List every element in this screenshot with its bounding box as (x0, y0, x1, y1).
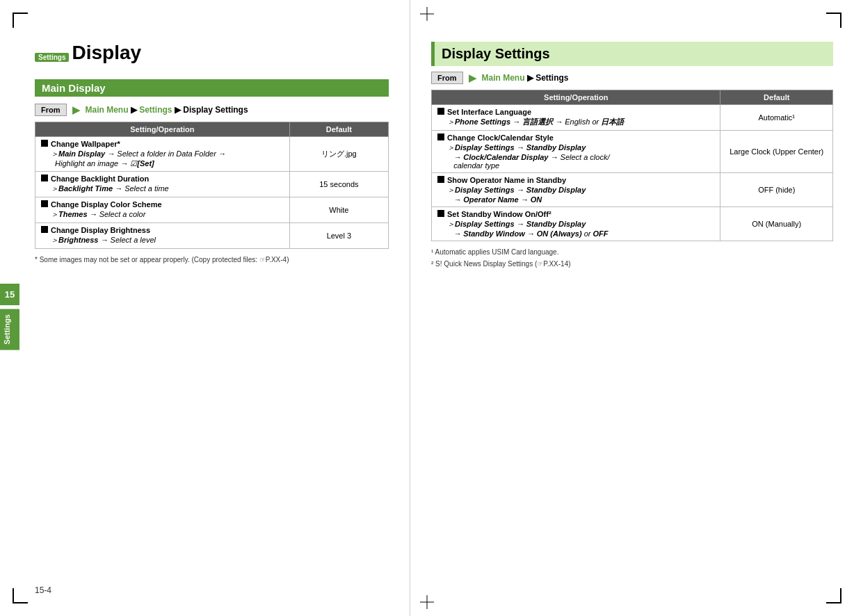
operation-cell-1: Change Wallpaper* ＞Main Display → Select… (35, 137, 290, 172)
nav-display-settings-left: Display Settings (183, 105, 248, 115)
default-cell-r1: Automatic¹ (720, 105, 833, 131)
row-sub-r2: ＞Display Settings → Standby Display → Cl… (437, 143, 714, 170)
table-row: Set Standby Window On/Off² ＞Display Sett… (432, 207, 833, 241)
default-cell-r3: OFF (hide) (720, 173, 833, 207)
bullet-icon-3 (41, 200, 48, 207)
table-row: Change Display Brightness ＞Brightness → … (35, 223, 389, 249)
nav-main-menu-left: Main Menu (86, 105, 129, 115)
right-section-heading-text: Display Settings (442, 46, 550, 62)
default-cell-1: リング.jpg (289, 137, 388, 172)
col-header-operation-left: Setting/Operation (35, 122, 290, 137)
row-title-3: Change Display Color Scheme (51, 200, 162, 209)
sidebar-number: 15 (0, 284, 19, 305)
bullet-icon-r2 (437, 133, 444, 140)
page-number: 15-4 (35, 585, 51, 595)
operation-cell-r3: Show Operator Name in Standby ＞Display S… (432, 173, 720, 207)
main-display-table: Setting/Operation Default Change Wallpap… (35, 122, 389, 249)
bullet-icon-1 (41, 140, 48, 147)
row-sub-1: ＞Main Display → Select a folder in Data … (41, 149, 284, 168)
display-settings-table: Setting/Operation Default Set Interface … (431, 90, 833, 241)
table-row: Set Interface Language ＞Phone Settings →… (432, 105, 833, 131)
nav-path-left: Main Menu ▶ Settings ▶ Display Settings (86, 105, 248, 115)
right-column: Display Settings From ▶ Main Menu ▶ Sett… (410, 0, 854, 616)
default-cell-r4: ON (Manually) (720, 207, 833, 241)
operation-cell-r1: Set Interface Language ＞Phone Settings →… (432, 105, 720, 131)
nav-arrow1-left: ▶ (131, 105, 139, 115)
row-title-1: Change Wallpaper* (51, 140, 120, 148)
settings-tag: Settings (35, 53, 69, 62)
default-cell-2: 15 seconds (289, 172, 388, 197)
operation-cell-2: Change Backlight Duration ＞Backlight Tim… (35, 172, 290, 197)
col-header-operation-right: Setting/Operation (432, 90, 720, 105)
table-row: Change Display Color Scheme ＞Themes → Se… (35, 197, 389, 223)
section-heading-display-settings: Display Settings (431, 42, 833, 66)
row-title-r1: Set Interface Language (447, 108, 531, 116)
default-cell-3: White (289, 197, 388, 223)
section-heading-main-display: Main Display (35, 79, 389, 97)
from-button-left: From (35, 104, 67, 116)
table-row: Change Backlight Duration ＞Backlight Tim… (35, 172, 389, 197)
row-title-2: Change Backlight Duration (51, 175, 149, 183)
nav-settings-right: Settings (535, 73, 568, 83)
row-title-4: Change Display Brightness (51, 226, 150, 234)
default-cell-4: Level 3 (289, 223, 388, 249)
sidebar-label: Settings (0, 309, 19, 350)
section-heading-text: Main Display (42, 82, 106, 94)
row-title-r4: Set Standby Window On/Off² (447, 210, 551, 218)
left-column: Settings Display Main Display From ▶ Mai… (0, 0, 410, 616)
bullet-icon-2 (41, 175, 48, 181)
bullet-icon-r1 (437, 108, 444, 115)
table-row: Show Operator Name in Standby ＞Display S… (432, 173, 833, 207)
default-cell-r2: Large Clock (Upper Center) (720, 131, 833, 173)
from-row-left: From ▶ Main Menu ▶ Settings ▶ Display Se… (35, 104, 389, 116)
row-title-r3: Show Operator Name in Standby (447, 176, 566, 184)
right-footnote-1: ¹ Automatic applies USIM Card language. (431, 248, 833, 256)
row-sub-2: ＞Backlight Time → Select a time (41, 184, 284, 194)
table-row: Change Clock/Calendar Style ＞Display Set… (432, 131, 833, 173)
right-footnote-2: ² S! Quick News Display Settings (☞P.XX-… (431, 260, 833, 268)
row-sub-r3: ＞Display Settings → Standby Display → Op… (437, 185, 714, 204)
bullet-icon-4 (41, 226, 48, 233)
row-sub-4: ＞Brightness → Select a level (41, 235, 284, 245)
operation-cell-r4: Set Standby Window On/Off² ＞Display Sett… (432, 207, 720, 241)
arrow-icon-right: ▶ (469, 72, 476, 83)
arrow-icon-left: ▶ (72, 104, 80, 115)
row-sub-r1: ＞Phone Settings → 言語選択 → English or 日本語 (437, 117, 714, 127)
row-sub-r4: ＞Display Settings → Standby Display → St… (437, 219, 714, 238)
from-row-right: From ▶ Main Menu ▶ Settings (431, 72, 833, 84)
nav-arrow1-right: ▶ (527, 73, 535, 83)
operation-cell-4: Change Display Brightness ＞Brightness → … (35, 223, 290, 249)
row-title-r2: Change Clock/Calendar Style (447, 133, 554, 142)
col-header-default-right: Default (720, 90, 833, 105)
page: Settings Display Main Display From ▶ Mai… (0, 0, 854, 616)
col-header-default-left: Default (289, 122, 388, 137)
nav-main-menu-right: Main Menu (482, 73, 525, 83)
operation-cell-3: Change Display Color Scheme ＞Themes → Se… (35, 197, 290, 223)
operation-cell-r2: Change Clock/Calendar Style ＞Display Set… (432, 131, 720, 173)
main-title: Display (72, 42, 141, 64)
bullet-icon-r3 (437, 176, 444, 183)
from-button-right: From (431, 72, 463, 84)
nav-settings-left: Settings (139, 105, 172, 115)
row-sub-3: ＞Themes → Select a color (41, 209, 284, 220)
nav-path-right: Main Menu ▶ Settings (482, 73, 569, 83)
table-row: Change Wallpaper* ＞Main Display → Select… (35, 137, 389, 172)
left-footnote: * Some images may not be set or appear p… (35, 256, 389, 264)
nav-arrow2-left: ▶ (175, 105, 183, 115)
bullet-icon-r4 (437, 210, 444, 217)
